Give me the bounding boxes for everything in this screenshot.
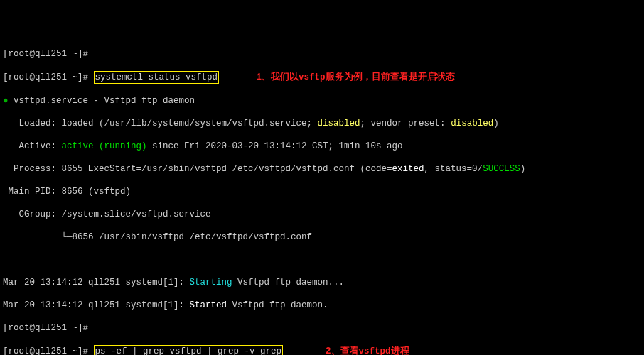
svc-tree: └─8656 /usr/sbin/vsftpd /etc/vsftpd/vsft…: [3, 231, 644, 243]
svc-mainpid: Main PID: 8656 (vsftpd): [3, 186, 644, 197]
svc-active: Active: active (running) since Fri 2020-…: [3, 141, 644, 152]
line: [root@qll251 ~]#: [3, 48, 644, 60]
blank: [3, 254, 644, 266]
log-started: Mar 20 13:14:12 qll251 systemd[1]: Start…: [3, 300, 644, 311]
cmd-ps-grep: ps -ef | grep vsftpd | grep -v grep: [94, 345, 284, 355]
svc-cgroup: CGroup: /system.slice/vsftpd.service: [3, 209, 644, 220]
line-cmd2[interactable]: [root@qll251 ~]# ps -ef | grep vsftpd | …: [3, 345, 644, 355]
line-cmd1[interactable]: [root@qll251 ~]# systemctl status vsftpd…: [3, 71, 644, 84]
note1: 1、我们以vsftp服务为例，目前查看是开启状态: [257, 72, 455, 82]
svc-loaded: Loaded: loaded (/usr/lib/systemd/system/…: [3, 118, 644, 129]
active-dot-icon: [3, 96, 9, 106]
note2: 2、查看vsftpd进程: [326, 346, 409, 355]
svc-process: Process: 8655 ExecStart=/usr/sbin/vsftpd…: [3, 163, 644, 175]
svc-header: vsftpd.service - Vsftpd ftp daemon: [3, 95, 644, 106]
log-starting: Mar 20 13:14:12 qll251 systemd[1]: Start…: [3, 277, 644, 288]
cmd-systemctl-status: systemctl status vsftpd: [94, 71, 220, 84]
line: [root@qll251 ~]#: [3, 322, 644, 334]
